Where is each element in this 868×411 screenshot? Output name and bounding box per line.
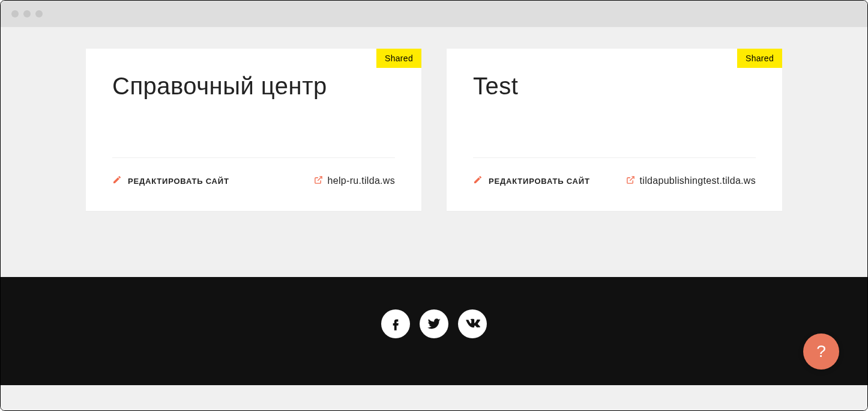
card-footer: РЕДАКТИРОВАТЬ САЙТ tildapublishingtest.t… bbox=[473, 175, 756, 187]
window-dot[interactable] bbox=[11, 10, 19, 17]
dashboard-area: Shared Справочный центр РЕДАКТИРОВАТЬ СА… bbox=[1, 27, 867, 277]
pencil-icon bbox=[112, 175, 122, 187]
page-footer bbox=[1, 277, 867, 385]
facebook-icon bbox=[388, 316, 403, 332]
viewport[interactable]: Shared Справочный центр РЕДАКТИРОВАТЬ СА… bbox=[1, 27, 867, 410]
edit-site-label: РЕДАКТИРОВАТЬ САЙТ bbox=[489, 177, 590, 186]
project-title: Test bbox=[473, 73, 756, 99]
site-url: help-ru.tilda.ws bbox=[328, 175, 395, 186]
question-mark-icon: ? bbox=[816, 342, 826, 361]
window-dot[interactable] bbox=[23, 10, 31, 17]
window-titlebar bbox=[1, 1, 867, 27]
external-link-icon bbox=[314, 175, 323, 187]
twitter-button[interactable] bbox=[420, 309, 448, 338]
svg-line-0 bbox=[318, 176, 322, 180]
window-dot[interactable] bbox=[35, 10, 43, 17]
browser-window: Shared Справочный центр РЕДАКТИРОВАТЬ СА… bbox=[0, 0, 868, 411]
vk-icon bbox=[465, 316, 480, 332]
shared-badge: Shared bbox=[376, 49, 421, 68]
edit-site-button[interactable]: РЕДАКТИРОВАТЬ САЙТ bbox=[473, 175, 590, 187]
divider bbox=[473, 157, 756, 158]
divider bbox=[112, 157, 395, 158]
vk-button[interactable] bbox=[458, 309, 487, 338]
project-cards: Shared Справочный центр РЕДАКТИРОВАТЬ СА… bbox=[86, 49, 782, 211]
project-title: Справочный центр bbox=[112, 73, 395, 99]
open-site-link[interactable]: help-ru.tilda.ws bbox=[314, 175, 395, 187]
edit-site-label: РЕДАКТИРОВАТЬ САЙТ bbox=[128, 177, 229, 186]
project-card[interactable]: Shared Справочный центр РЕДАКТИРОВАТЬ СА… bbox=[86, 49, 421, 211]
project-card[interactable]: Shared Test РЕДАКТИРОВАТЬ САЙТ bbox=[447, 49, 782, 211]
help-button[interactable]: ? bbox=[803, 333, 839, 370]
external-link-icon bbox=[626, 175, 635, 187]
twitter-icon bbox=[426, 316, 442, 332]
open-site-link[interactable]: tildapublishingtest.tilda.ws bbox=[626, 175, 756, 187]
site-url: tildapublishingtest.tilda.ws bbox=[640, 175, 756, 186]
shared-badge: Shared bbox=[737, 49, 782, 68]
facebook-button[interactable] bbox=[381, 309, 410, 338]
svg-line-1 bbox=[630, 176, 634, 180]
pencil-icon bbox=[473, 175, 483, 187]
social-links bbox=[1, 309, 867, 338]
card-footer: РЕДАКТИРОВАТЬ САЙТ help-ru.tilda.ws bbox=[112, 175, 395, 187]
edit-site-button[interactable]: РЕДАКТИРОВАТЬ САЙТ bbox=[112, 175, 229, 187]
